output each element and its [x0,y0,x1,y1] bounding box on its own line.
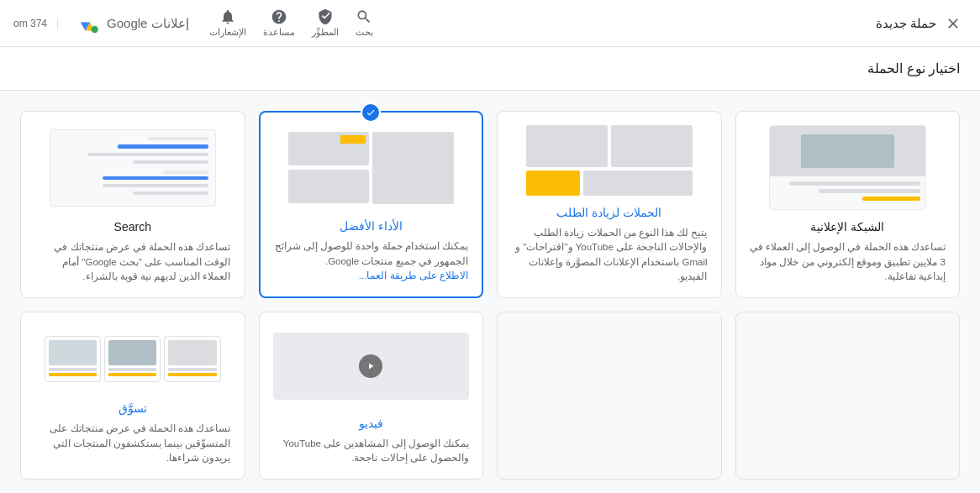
video-card-title: فيديو [273,417,470,430]
demand-gen-preview [511,125,708,196]
perf-max-card-desc: يمكنك استخدام حملة واحدة للوصول إلى شرائ… [274,239,469,283]
campaign-type-grid-row1: الشبكة الإعلانية تساعدك هذه الحملة في ال… [20,111,960,298]
shopping-card-desc: تساعدك هذه الحملة في عرض منتجاتك على الم… [34,422,231,465]
main-content: الشبكة الإعلانية تساعدك هذه الحملة في ال… [0,91,980,493]
campaign-card-empty-1 [735,312,961,480]
display-preview [750,125,946,210]
display-card-title: الشبكة الإعلانية [750,220,946,233]
video-preview [273,326,470,406]
search-card-desc: تساعدك هذه الحملة في عرض منتجاتك في الوق… [34,240,231,284]
campaign-card-video[interactable]: فيديو يمكنك الوصول إلى المشاهدين على You… [259,312,484,480]
notifications-nav-label: الإشعارات [209,27,246,38]
nav-icons-group: بحث المطوِّر مساعدة الإشعارات [209,8,373,38]
nav-item-notifications[interactable]: الإشعارات [209,8,246,38]
close-button[interactable] [940,10,967,37]
search-preview-area [34,125,231,210]
shopping-card-title: تسوَّق [34,401,231,415]
account-id: 374 om [13,18,58,29]
campaign-card-empty-2 [497,312,722,480]
demand-gen-card-title: الحملات لزيادة الطلب [511,206,708,219]
developer-nav-label: المطوِّر [312,27,339,38]
demand-gen-card-desc: يتيح لك هذا النوع من الحملات زيادة الطلب… [511,226,708,284]
svg-point-2 [91,25,97,32]
google-ads-logo: إعلانات Google [78,12,189,35]
selected-indicator [361,102,381,123]
nav-right-section: بحث المطوِّر مساعدة الإشعارات إعلانات Go… [13,8,373,38]
nav-left-section: حملة جديدة [876,10,967,37]
search-nav-label: بحث [356,27,373,38]
campaign-card-performance-max[interactable]: الأداء الأفضل يمكنك استخدام حملة واحدة ل… [259,111,484,298]
nav-item-help[interactable]: مساعدة [263,8,295,38]
help-nav-label: مساعدة [263,27,295,38]
campaign-card-demand-gen[interactable]: الحملات لزيادة الطلب يتيح لك هذا النوع م… [497,111,722,298]
section-title: اختيار نوع الحملة [20,60,960,76]
play-button-icon [359,354,382,378]
campaign-type-grid-row2: فيديو يمكنك الوصول إلى المشاهدين على You… [20,312,960,480]
google-ads-icon [78,12,102,35]
page-title: حملة جديدة [876,16,936,31]
perf-max-preview [274,126,469,209]
display-card-desc: تساعدك هذه الحملة في الوصول إلى العملاء … [750,240,946,284]
search-card-title: Search [34,220,231,233]
google-ads-text: إعلانات Google [107,16,189,31]
campaign-card-shopping[interactable]: تسوَّق تساعدك هذه الحملة في عرض منتجاتك … [20,312,245,480]
perf-max-card-title: الأداء الأفضل [274,219,469,233]
page-header: اختيار نوع الحملة [0,47,980,91]
top-navigation: حملة جديدة بحث المطوِّر مساعدة الإشعارات [0,0,980,47]
nav-item-search[interactable]: بحث [356,8,373,38]
video-card-desc: يمكنك الوصول إلى المشاهدين على YouTube و… [273,437,470,466]
campaign-card-display[interactable]: الشبكة الإعلانية تساعدك هذه الحملة في ال… [735,111,961,298]
nav-item-developer[interactable]: المطوِّر [312,8,339,38]
perf-max-link[interactable]: الاطلاع على طريقة العما... [359,270,468,281]
campaign-card-search[interactable]: Search تساعدك هذه الحملة في عرض منتجاتك … [20,111,245,298]
shopping-preview [34,326,231,391]
